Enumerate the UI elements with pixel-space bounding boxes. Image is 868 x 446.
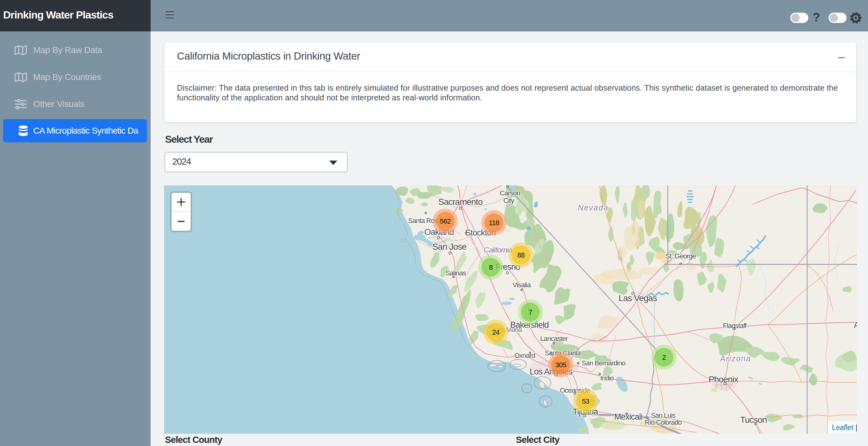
svg-text:San Jose: San Jose — [432, 242, 467, 252]
svg-text:Phoenix: Phoenix — [709, 375, 738, 384]
svg-text:Nevada: Nevada — [578, 203, 609, 212]
svg-text:Lancaster: Lancaster — [540, 334, 568, 343]
svg-text:Indio: Indio — [600, 374, 614, 382]
svg-text:Leaflet: Leaflet — [832, 423, 854, 432]
svg-text:2: 2 — [662, 353, 666, 361]
svg-text:88: 88 — [517, 251, 525, 259]
svg-text:Las Vegas: Las Vegas — [619, 293, 657, 303]
svg-text:562: 562 — [440, 217, 451, 225]
svg-text:Mexicali: Mexicali — [614, 412, 642, 421]
svg-text:Tucson: Tucson — [740, 415, 767, 425]
svg-text:24: 24 — [492, 328, 500, 336]
svg-text:Visalia: Visalia — [513, 281, 531, 289]
svg-text:California: California — [484, 246, 513, 254]
svg-text:Carson: Carson — [500, 189, 520, 197]
svg-text:118: 118 — [489, 219, 499, 227]
svg-text:305: 305 — [555, 361, 566, 369]
svg-text:7: 7 — [528, 308, 532, 316]
svg-text:Salinas: Salinas — [445, 269, 466, 277]
svg-text:Arizona: Arizona — [719, 354, 751, 363]
svg-text:A: A — [854, 321, 857, 330]
svg-text:Sacramento: Sacramento — [438, 197, 483, 207]
svg-text:Oxnard: Oxnard — [514, 352, 535, 359]
svg-text:Río Colorado: Río Colorado — [645, 418, 682, 426]
svg-text:San Bernardino: San Bernardino — [582, 359, 626, 367]
svg-text:City: City — [503, 197, 514, 204]
svg-text:8: 8 — [489, 263, 493, 271]
svg-text:|: | — [856, 423, 857, 432]
svg-text:St. George: St. George — [665, 252, 696, 260]
svg-text:53: 53 — [582, 397, 589, 405]
